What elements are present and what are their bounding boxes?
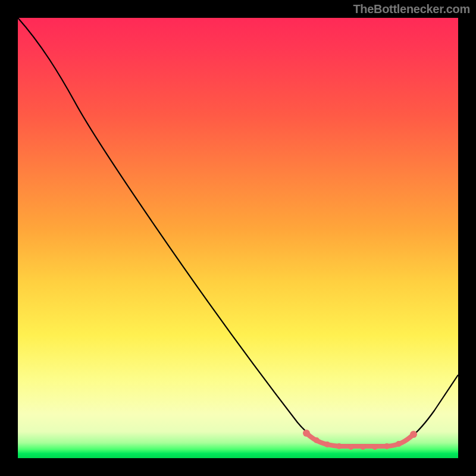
curve-line <box>18 18 458 446</box>
highlight-dot <box>384 443 390 449</box>
highlight-dot <box>348 444 354 450</box>
bottleneck-curve <box>18 18 458 458</box>
attribution-label: TheBottlenecker.com <box>353 2 470 16</box>
highlight-dot <box>410 431 417 438</box>
plot-frame <box>18 18 458 458</box>
highlight-dot <box>360 444 366 450</box>
highlight-dot <box>314 437 320 443</box>
highlight-dot <box>336 443 342 449</box>
highlight-dot <box>396 441 402 447</box>
chart-container: TheBottlenecker.com <box>0 0 476 476</box>
highlight-dot <box>303 430 310 437</box>
highlight-dot <box>372 444 378 450</box>
highlight-dot <box>324 441 330 447</box>
